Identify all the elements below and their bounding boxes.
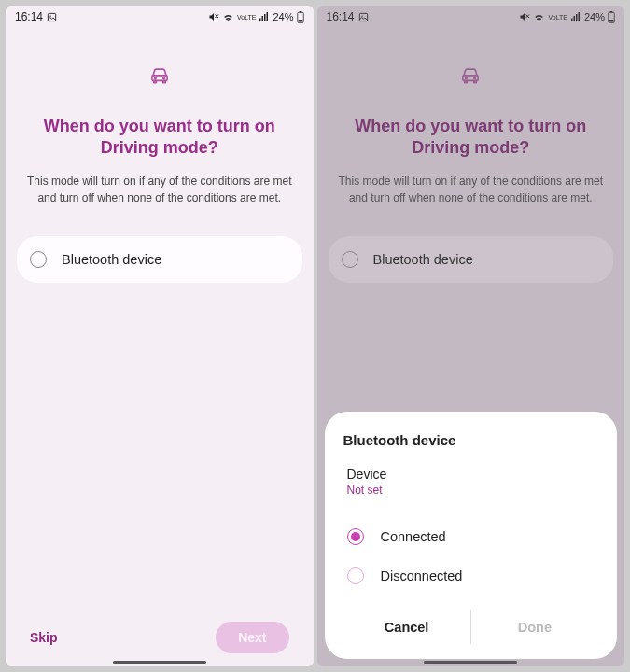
screen-left: 16:14 VoLTE 24% When do you want to turn… — [6, 6, 314, 666]
svg-point-22 — [466, 77, 467, 78]
svg-rect-0 — [48, 13, 55, 21]
option-label: Bluetooth device — [62, 252, 161, 267]
sheet-title: Bluetooth device — [343, 432, 599, 448]
svg-point-23 — [474, 77, 475, 78]
device-value: Not set — [343, 483, 599, 497]
radio-checked-icon — [347, 528, 364, 545]
svg-point-10 — [154, 77, 155, 78]
page-subtitle: This mode will turn on if any of the con… — [17, 173, 302, 206]
svg-rect-8 — [153, 80, 156, 82]
home-indicator[interactable] — [113, 661, 206, 665]
next-button[interactable]: Next — [216, 622, 288, 653]
home-indicator[interactable] — [424, 661, 517, 665]
skip-button[interactable]: Skip — [30, 630, 58, 645]
page-title: When do you want to turn on Driving mode… — [17, 116, 302, 160]
page-subtitle: This mode will turn on if any of the con… — [329, 173, 614, 206]
status-battery: 24% — [584, 11, 605, 22]
picture-icon — [47, 12, 57, 22]
mute-icon — [519, 11, 530, 22]
battery-icon — [608, 11, 615, 23]
car-icon — [460, 65, 481, 88]
screen-right: 16:14 VoLTE 24% When do you want to turn… — [317, 6, 625, 666]
svg-rect-12 — [359, 13, 367, 21]
device-label[interactable]: Device — [343, 467, 599, 482]
svg-point-11 — [163, 77, 164, 78]
page-title: When do you want to turn on Driving mode… — [329, 116, 614, 160]
cancel-button[interactable]: Cancel — [343, 610, 471, 644]
option-bluetooth[interactable]: Bluetooth device — [329, 236, 614, 283]
svg-point-13 — [361, 15, 362, 16]
svg-point-1 — [49, 15, 50, 16]
svg-rect-6 — [298, 20, 302, 21]
option-disconnected-label: Disconnected — [381, 568, 463, 583]
mute-icon — [208, 11, 219, 22]
sheet-actions: Cancel Done — [343, 610, 599, 644]
signal-icon — [259, 11, 270, 22]
status-battery: 24% — [273, 11, 293, 22]
wifi-icon — [222, 11, 234, 23]
battery-icon — [297, 11, 304, 23]
option-label: Bluetooth device — [373, 252, 473, 267]
svg-rect-18 — [609, 20, 614, 21]
option-disconnected[interactable]: Disconnected — [343, 556, 599, 595]
volte-icon: VoLTE — [237, 14, 257, 21]
option-connected-label: Connected — [381, 529, 446, 544]
main-content: When do you want to turn on Driving mode… — [6, 28, 314, 666]
status-bar: 16:14 VoLTE 24% — [6, 6, 314, 28]
svg-rect-9 — [162, 80, 165, 82]
svg-rect-5 — [299, 11, 301, 12]
volte-icon: VoLTE — [548, 14, 567, 21]
radio-unchecked-icon — [347, 567, 364, 584]
car-icon — [149, 65, 170, 88]
status-bar: 16:14 VoLTE 24% — [317, 6, 625, 28]
radio-unchecked-icon — [30, 251, 47, 268]
wifi-icon — [533, 11, 545, 23]
status-time: 16:14 — [15, 10, 43, 23]
signal-icon — [570, 11, 581, 22]
svg-rect-20 — [465, 80, 468, 82]
bottom-sheet: Bluetooth device Device Not set Connecte… — [325, 412, 618, 659]
picture-icon — [358, 12, 369, 22]
bottom-nav: Skip Next — [6, 622, 314, 653]
radio-unchecked-icon — [342, 251, 358, 268]
svg-rect-21 — [474, 80, 477, 82]
done-button[interactable]: Done — [471, 610, 598, 644]
svg-rect-17 — [610, 11, 613, 12]
status-time: 16:14 — [327, 10, 355, 23]
option-bluetooth[interactable]: Bluetooth device — [17, 236, 302, 283]
option-connected[interactable]: Connected — [343, 517, 599, 556]
